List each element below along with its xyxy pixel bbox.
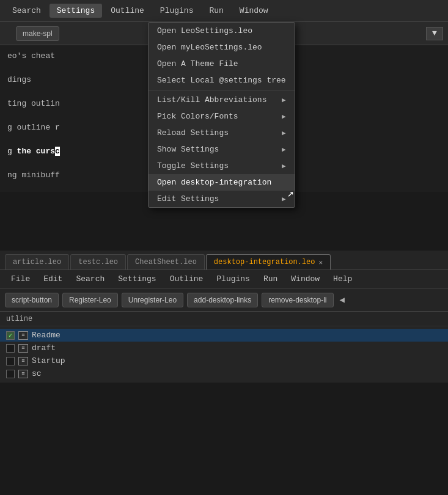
dropdown-item-open-desktop[interactable]: Open desktop-integration — [149, 174, 295, 191]
second-menu-help[interactable]: Help — [327, 273, 358, 285]
dropdown-item-open-theme[interactable]: Open A Theme File — [149, 56, 295, 72]
tab-cheatsheet[interactable]: CheatSheet.leo — [127, 254, 205, 270]
script-button-btn[interactable]: script-button — [5, 293, 59, 307]
second-menu-plugins[interactable]: Plugins — [210, 273, 256, 285]
add-desktop-links-btn[interactable]: add-desktop-links — [187, 293, 258, 307]
dropdown-item-toggle-settings[interactable]: Toggle Settings ▶ — [149, 158, 295, 174]
dropdown-separator-1 — [149, 90, 295, 90]
second-menu-search[interactable]: Search — [70, 273, 111, 285]
dropdown-arrow[interactable]: ▼ — [426, 27, 443, 40]
top-menubar: Search Settings Outline Plugins Run Wind… — [0, 0, 448, 22]
register-leo-btn[interactable]: Register-Leo — [62, 293, 118, 307]
tree-item-draft[interactable]: ≡ draft — [0, 342, 448, 354]
remove-desktop-li-btn[interactable]: remove-desktop-li — [262, 293, 333, 307]
tree-checkbox-sc[interactable] — [6, 370, 15, 378]
submenu-arrow-3: ▶ — [282, 129, 286, 137]
dropdown-item-open-myleosettings[interactable]: Open myLeoSettings.leo — [149, 39, 295, 56]
tree-icon-startup: ≡ — [18, 357, 28, 365]
menu-plugins[interactable]: Plugins — [153, 4, 201, 18]
dropdown-menu-container: Open LeoSettings.leo Open myLeoSettings.… — [148, 22, 295, 208]
dropdown-item-select-local[interactable]: Select Local @settings tree — [149, 72, 295, 89]
tree-checkbox-draft[interactable] — [6, 344, 15, 353]
bottom-window: article.leo testc.leo CheatSheet.leo des… — [0, 251, 448, 495]
second-menu-run[interactable]: Run — [257, 273, 284, 285]
dropdown-item-show-settings[interactable]: Show Settings ▶ — [149, 141, 295, 158]
second-menubar: File Edit Search Settings Outline Plugin… — [0, 270, 448, 288]
dropdown-item-edit-settings[interactable]: Edit Settings ▶ — [149, 191, 295, 207]
tree-icon-readme: ≡ — [18, 331, 28, 340]
outline-section-label: utline — [0, 312, 448, 326]
submenu-arrow-6: ▶ — [282, 195, 286, 203]
dropdown-item-list-kill[interactable]: List/Kill Abbreviations ▶ — [149, 92, 295, 108]
outline-tree: ✓ ≡ Readme ≡ draft ≡ Startup ≡ sc — [0, 326, 448, 383]
tab-close-button[interactable]: ✕ — [319, 258, 323, 266]
second-menu-window[interactable]: Window — [285, 273, 326, 285]
menu-search[interactable]: Search — [5, 4, 48, 18]
tree-item-sc[interactable]: ≡ sc — [0, 367, 448, 380]
submenu-arrow-5: ▶ — [282, 162, 286, 170]
submenu-arrow-2: ▶ — [282, 112, 286, 120]
second-menu-file[interactable]: File — [5, 273, 36, 285]
mouse-cursor: ↗ — [287, 186, 294, 200]
second-toolbar: script-button Register-Leo Unregister-Le… — [0, 288, 448, 312]
menu-window[interactable]: Window — [232, 4, 276, 18]
tab-testc[interactable]: testc.leo — [70, 254, 126, 270]
tree-item-readme[interactable]: ✓ ≡ Readme — [0, 329, 448, 342]
submenu-arrow-4: ▶ — [282, 145, 286, 153]
menu-settings[interactable]: Settings — [50, 4, 102, 18]
dropdown-item-pick-colors[interactable]: Pick Colors/Fonts ▶ — [149, 108, 295, 125]
dropdown-item-open-leosettings[interactable]: Open LeoSettings.leo — [149, 23, 295, 39]
second-menu-outline[interactable]: Outline — [164, 273, 210, 285]
dropdown-item-reload-settings[interactable]: Reload Settings ▶ — [149, 125, 295, 141]
make-spl-button[interactable]: make-spl — [16, 26, 59, 41]
second-menu-edit[interactable]: Edit — [37, 273, 68, 285]
submenu-arrow-1: ▶ — [282, 96, 286, 104]
second-menu-settings[interactable]: Settings — [112, 273, 162, 285]
unregister-leo-btn[interactable]: Unregister-Leo — [122, 293, 183, 307]
toolbar-scroll-left[interactable]: ◀ — [337, 292, 347, 307]
tab-desktop-integration[interactable]: desktop-integration.leo ✕ — [206, 254, 331, 270]
tree-checkbox-startup[interactable] — [6, 357, 15, 365]
top-window: Search Settings Outline Plugins Run Wind… — [0, 0, 448, 251]
tree-icon-sc: ≡ — [18, 370, 28, 378]
tree-checkbox-readme[interactable]: ✓ — [6, 331, 15, 340]
menu-outline[interactable]: Outline — [103, 4, 152, 18]
tab-bar: article.leo testc.leo CheatSheet.leo des… — [0, 251, 448, 270]
settings-dropdown: Open LeoSettings.leo Open myLeoSettings.… — [148, 22, 295, 208]
tree-icon-draft: ≡ — [18, 344, 28, 353]
menu-run[interactable]: Run — [202, 4, 230, 18]
tree-item-startup[interactable]: ≡ Startup — [0, 354, 448, 367]
tab-article[interactable]: article.leo — [5, 254, 69, 270]
